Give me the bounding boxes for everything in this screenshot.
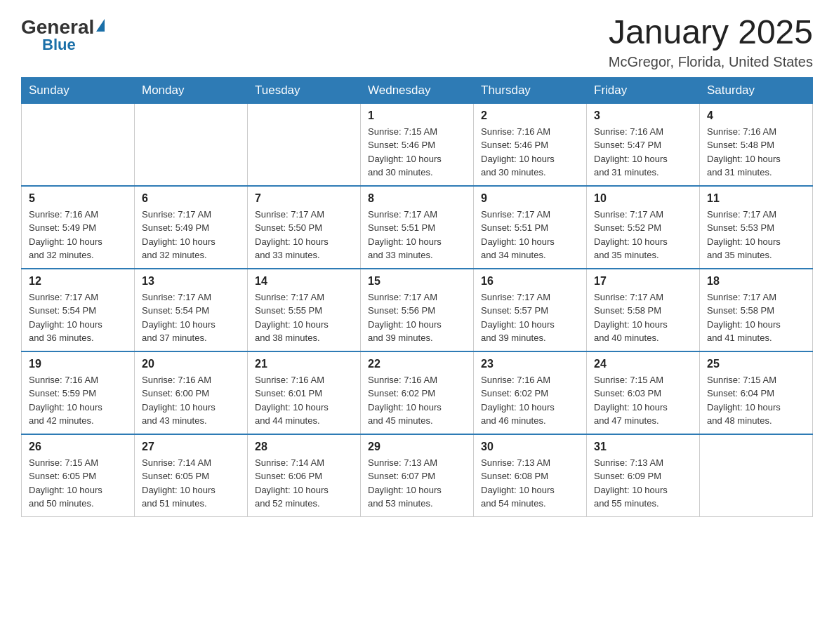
day-number: 9	[481, 192, 579, 205]
day-info: Sunrise: 7:16 AM Sunset: 6:02 PM Dayligh…	[481, 373, 579, 428]
day-info: Sunrise: 7:16 AM Sunset: 5:46 PM Dayligh…	[481, 125, 579, 180]
day-info: Sunrise: 7:17 AM Sunset: 5:53 PM Dayligh…	[707, 208, 805, 262]
calendar-cell: 12Sunrise: 7:17 AM Sunset: 5:54 PM Dayli…	[22, 269, 135, 351]
day-number: 1	[368, 109, 466, 122]
day-header-friday: Friday	[587, 77, 700, 103]
day-header-tuesday: Tuesday	[248, 77, 361, 103]
calendar-cell: 25Sunrise: 7:15 AM Sunset: 6:04 PM Dayli…	[700, 351, 813, 434]
day-info: Sunrise: 7:17 AM Sunset: 5:58 PM Dayligh…	[594, 290, 692, 345]
day-info: Sunrise: 7:17 AM Sunset: 5:58 PM Dayligh…	[707, 290, 805, 345]
day-info: Sunrise: 7:16 AM Sunset: 5:47 PM Dayligh…	[594, 125, 692, 180]
calendar-cell: 15Sunrise: 7:17 AM Sunset: 5:56 PM Dayli…	[361, 269, 474, 351]
day-info: Sunrise: 7:17 AM Sunset: 5:55 PM Dayligh…	[255, 290, 353, 345]
calendar-cell: 24Sunrise: 7:15 AM Sunset: 6:03 PM Dayli…	[587, 351, 700, 434]
day-number: 26	[29, 441, 127, 453]
calendar-cell: 26Sunrise: 7:15 AM Sunset: 6:05 PM Dayli…	[22, 434, 135, 517]
calendar-cell	[135, 103, 248, 186]
location: McGregor, Florida, United States	[609, 54, 813, 70]
day-number: 18	[707, 275, 805, 288]
day-info: Sunrise: 7:17 AM Sunset: 5:51 PM Dayligh…	[368, 208, 466, 262]
day-info: Sunrise: 7:13 AM Sunset: 6:08 PM Dayligh…	[481, 456, 579, 511]
calendar-cell: 16Sunrise: 7:17 AM Sunset: 5:57 PM Dayli…	[474, 269, 587, 351]
calendar-cell: 29Sunrise: 7:13 AM Sunset: 6:07 PM Dayli…	[361, 434, 474, 517]
calendar-cell	[700, 434, 813, 517]
day-header-wednesday: Wednesday	[361, 77, 474, 103]
calendar-cell	[22, 103, 135, 186]
day-number: 13	[142, 275, 240, 288]
day-number: 30	[481, 441, 579, 453]
day-header-monday: Monday	[135, 77, 248, 103]
logo-triangle-icon	[96, 19, 105, 32]
day-number: 7	[255, 192, 353, 205]
day-number: 15	[368, 275, 466, 288]
day-number: 21	[255, 358, 353, 370]
day-number: 17	[594, 275, 692, 288]
calendar-cell: 17Sunrise: 7:17 AM Sunset: 5:58 PM Dayli…	[587, 269, 700, 351]
calendar-cell: 1Sunrise: 7:15 AM Sunset: 5:46 PM Daylig…	[361, 103, 474, 186]
calendar-cell: 6Sunrise: 7:17 AM Sunset: 5:49 PM Daylig…	[135, 186, 248, 269]
day-number: 11	[707, 192, 805, 205]
calendar-cell: 23Sunrise: 7:16 AM Sunset: 6:02 PM Dayli…	[474, 351, 587, 434]
day-number: 29	[368, 441, 466, 453]
calendar-cell: 31Sunrise: 7:13 AM Sunset: 6:09 PM Dayli…	[587, 434, 700, 517]
day-info: Sunrise: 7:14 AM Sunset: 6:06 PM Dayligh…	[255, 456, 353, 511]
day-number: 23	[481, 358, 579, 370]
calendar-cell: 21Sunrise: 7:16 AM Sunset: 6:01 PM Dayli…	[248, 351, 361, 434]
day-number: 10	[594, 192, 692, 205]
day-info: Sunrise: 7:16 AM Sunset: 6:01 PM Dayligh…	[255, 373, 353, 428]
day-info: Sunrise: 7:17 AM Sunset: 5:52 PM Dayligh…	[594, 208, 692, 262]
calendar-cell: 28Sunrise: 7:14 AM Sunset: 6:06 PM Dayli…	[248, 434, 361, 517]
calendar-cell: 11Sunrise: 7:17 AM Sunset: 5:53 PM Dayli…	[700, 186, 813, 269]
day-header-sunday: Sunday	[22, 77, 135, 103]
day-info: Sunrise: 7:15 AM Sunset: 6:05 PM Dayligh…	[29, 456, 127, 511]
calendar-cell: 7Sunrise: 7:17 AM Sunset: 5:50 PM Daylig…	[248, 186, 361, 269]
calendar-cell: 18Sunrise: 7:17 AM Sunset: 5:58 PM Dayli…	[700, 269, 813, 351]
calendar-cell: 8Sunrise: 7:17 AM Sunset: 5:51 PM Daylig…	[361, 186, 474, 269]
calendar-week-1: 5Sunrise: 7:16 AM Sunset: 5:49 PM Daylig…	[22, 186, 813, 269]
day-number: 20	[142, 358, 240, 370]
day-header-saturday: Saturday	[700, 77, 813, 103]
page-header: General Blue January 2025 McGregor, Flor…	[21, 14, 813, 70]
calendar-cell: 13Sunrise: 7:17 AM Sunset: 5:54 PM Dayli…	[135, 269, 248, 351]
calendar-cell: 27Sunrise: 7:14 AM Sunset: 6:05 PM Dayli…	[135, 434, 248, 517]
day-number: 16	[481, 275, 579, 288]
calendar-cell: 14Sunrise: 7:17 AM Sunset: 5:55 PM Dayli…	[248, 269, 361, 351]
calendar-week-3: 19Sunrise: 7:16 AM Sunset: 5:59 PM Dayli…	[22, 351, 813, 434]
day-number: 4	[707, 109, 805, 122]
calendar-header: SundayMondayTuesdayWednesdayThursdayFrid…	[22, 77, 813, 103]
day-number: 8	[368, 192, 466, 205]
day-info: Sunrise: 7:15 AM Sunset: 6:04 PM Dayligh…	[707, 373, 805, 428]
calendar-body: 1Sunrise: 7:15 AM Sunset: 5:46 PM Daylig…	[22, 103, 813, 516]
day-number: 24	[594, 358, 692, 370]
day-number: 3	[594, 109, 692, 122]
calendar-cell: 5Sunrise: 7:16 AM Sunset: 5:49 PM Daylig…	[22, 186, 135, 269]
day-number: 12	[29, 275, 127, 288]
calendar-cell: 2Sunrise: 7:16 AM Sunset: 5:46 PM Daylig…	[474, 103, 587, 186]
calendar-cell: 9Sunrise: 7:17 AM Sunset: 5:51 PM Daylig…	[474, 186, 587, 269]
day-number: 6	[142, 192, 240, 205]
logo-general-text: General	[21, 18, 94, 37]
day-info: Sunrise: 7:16 AM Sunset: 6:02 PM Dayligh…	[368, 373, 466, 428]
day-number: 28	[255, 441, 353, 453]
day-info: Sunrise: 7:15 AM Sunset: 5:46 PM Dayligh…	[368, 125, 466, 180]
title-section: January 2025 McGregor, Florida, United S…	[609, 14, 813, 70]
calendar-week-4: 26Sunrise: 7:15 AM Sunset: 6:05 PM Dayli…	[22, 434, 813, 517]
day-info: Sunrise: 7:17 AM Sunset: 5:57 PM Dayligh…	[481, 290, 579, 345]
day-info: Sunrise: 7:16 AM Sunset: 5:48 PM Dayligh…	[707, 125, 805, 180]
calendar-cell: 19Sunrise: 7:16 AM Sunset: 5:59 PM Dayli…	[22, 351, 135, 434]
calendar-cell: 10Sunrise: 7:17 AM Sunset: 5:52 PM Dayli…	[587, 186, 700, 269]
day-number: 5	[29, 192, 127, 205]
calendar-week-0: 1Sunrise: 7:15 AM Sunset: 5:46 PM Daylig…	[22, 103, 813, 186]
day-number: 25	[707, 358, 805, 370]
day-info: Sunrise: 7:13 AM Sunset: 6:09 PM Dayligh…	[594, 456, 692, 511]
day-info: Sunrise: 7:17 AM Sunset: 5:50 PM Dayligh…	[255, 208, 353, 262]
logo-blue-text: Blue	[42, 37, 76, 53]
calendar-table: SundayMondayTuesdayWednesdayThursdayFrid…	[21, 77, 813, 517]
day-number: 22	[368, 358, 466, 370]
day-info: Sunrise: 7:16 AM Sunset: 6:00 PM Dayligh…	[142, 373, 240, 428]
day-number: 14	[255, 275, 353, 288]
day-info: Sunrise: 7:14 AM Sunset: 6:05 PM Dayligh…	[142, 456, 240, 511]
day-number: 19	[29, 358, 127, 370]
day-header-thursday: Thursday	[474, 77, 587, 103]
day-info: Sunrise: 7:15 AM Sunset: 6:03 PM Dayligh…	[594, 373, 692, 428]
